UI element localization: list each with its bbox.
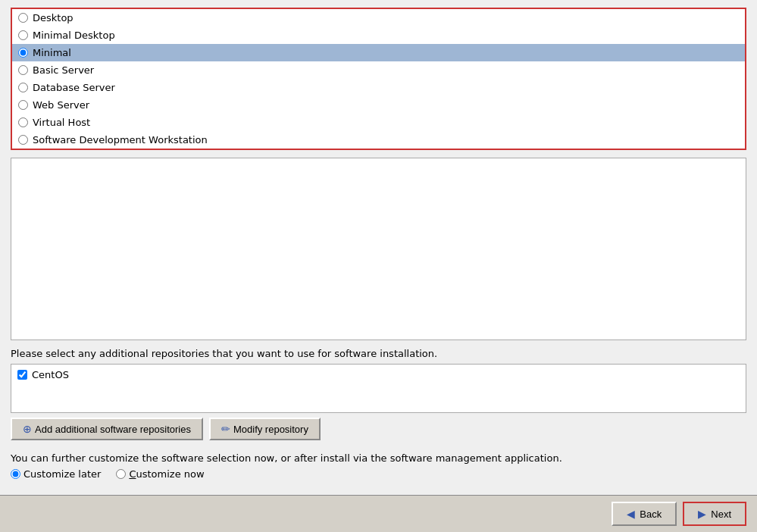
customize-options: Customize laterCustomize now (11, 468, 746, 480)
repos-label: Please select any additional repositorie… (11, 348, 746, 359)
radio-label-virtual-host: Virtual Host (33, 117, 90, 128)
bottom-bar: ◀ Back ▶ Next (0, 495, 757, 532)
next-arrow-icon: ▶ (698, 508, 706, 520)
repos-list: CentOS (11, 364, 746, 413)
radio-input-virtual-host[interactable] (18, 117, 28, 127)
customize-label-customize-later: Customize later (23, 468, 101, 480)
radio-item-minimal[interactable]: Minimal (12, 44, 745, 61)
radio-input-database-server[interactable] (18, 83, 28, 92)
customize-label: You can further customize the software s… (11, 452, 746, 464)
radio-label-database-server: Database Server (33, 82, 115, 93)
radio-input-minimal[interactable] (18, 48, 28, 58)
repo-buttons: ⊕ Add additional software repositories ✏… (11, 418, 746, 440)
customize-section: You can further customize the software s… (11, 452, 746, 480)
customize-radio-customize-now[interactable] (116, 469, 126, 479)
repo-label-centos: CentOS (32, 369, 69, 380)
radio-input-software-dev[interactable] (18, 135, 28, 145)
radio-item-web-server[interactable]: Web Server (12, 96, 745, 114)
install-type-selection: DesktopMinimal DesktopMinimalBasic Serve… (11, 8, 746, 150)
radio-item-minimal-desktop[interactable]: Minimal Desktop (12, 27, 745, 44)
next-button[interactable]: ▶ Next (683, 502, 746, 526)
radio-item-virtual-host[interactable]: Virtual Host (12, 114, 745, 131)
customize-option-customize-now[interactable]: Customize now (116, 468, 204, 480)
add-icon: ⊕ (23, 423, 32, 435)
add-repos-label: Add additional software repositories (35, 424, 191, 435)
radio-item-basic-server[interactable]: Basic Server (12, 61, 745, 79)
radio-label-basic-server: Basic Server (33, 64, 94, 76)
radio-item-database-server[interactable]: Database Server (12, 79, 745, 96)
modify-repo-button[interactable]: ✏ Modify repository (209, 418, 321, 440)
radio-item-desktop[interactable]: Desktop (12, 9, 745, 27)
repos-section: Please select any additional repositorie… (11, 348, 746, 448)
radio-input-basic-server[interactable] (18, 65, 28, 75)
radio-label-software-dev: Software Development Workstation (33, 134, 208, 146)
modify-repo-label: Modify repository (233, 424, 308, 435)
repo-checkbox-centos[interactable] (17, 370, 27, 380)
back-button[interactable]: ◀ Back (612, 502, 677, 526)
customize-option-customize-later[interactable]: Customize later (11, 468, 101, 480)
radio-label-desktop: Desktop (33, 12, 74, 23)
customize-label-customize-now: Customize now (129, 468, 204, 480)
customize-radio-customize-later[interactable] (11, 469, 20, 479)
back-label: Back (640, 509, 662, 520)
radio-input-web-server[interactable] (18, 100, 28, 110)
back-arrow-icon: ◀ (627, 508, 635, 520)
radio-input-minimal-desktop[interactable] (18, 30, 28, 40)
main-content: DesktopMinimal DesktopMinimalBasic Serve… (0, 0, 757, 495)
repo-item-centos[interactable]: CentOS (17, 369, 740, 380)
radio-input-desktop[interactable] (18, 13, 28, 23)
next-label: Next (711, 509, 731, 520)
spacer-area (11, 158, 746, 340)
radio-item-software-dev[interactable]: Software Development Workstation (12, 131, 745, 149)
add-repos-button[interactable]: ⊕ Add additional software repositories (11, 418, 203, 440)
radio-label-minimal-desktop: Minimal Desktop (33, 30, 115, 41)
radio-label-web-server: Web Server (33, 99, 89, 111)
radio-label-minimal: Minimal (33, 47, 71, 58)
modify-icon: ✏ (221, 423, 230, 435)
